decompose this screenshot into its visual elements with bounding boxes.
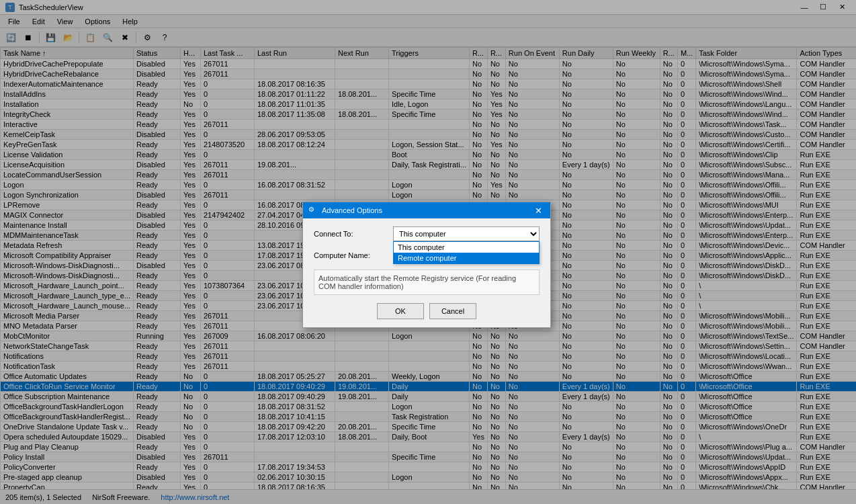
dialog-close-button[interactable]: ✕ xyxy=(531,204,545,217)
dropdown-option-this-computer[interactable]: This computer xyxy=(394,242,539,253)
dropdown-option-remote-computer[interactable]: Remote computer xyxy=(394,253,539,263)
dialog-title: Advanced Options xyxy=(322,206,382,214)
dialog-titlebar: ⚙ Advanced Options ✕ xyxy=(303,202,550,218)
dialog-overlay: ⚙ Advanced Options ✕ Connect To: This co… xyxy=(0,0,856,504)
dialog-buttons: OK Cancel xyxy=(314,303,540,319)
computer-name-label: Computer Name: xyxy=(314,251,388,259)
connect-to-label: Connect To: xyxy=(314,230,388,238)
dialog-title-left: ⚙ Advanced Options xyxy=(308,206,382,215)
dropdown-list[interactable]: This computer Remote computer xyxy=(393,241,540,264)
dialog-body: Connect To: This computer Remote compute… xyxy=(303,218,550,327)
dialog-cancel-button[interactable]: Cancel xyxy=(429,303,476,319)
dialog-icon: ⚙ xyxy=(308,206,318,215)
dialog-note: Automatically start the Remote Registry … xyxy=(314,269,540,295)
connect-to-dropdown-container[interactable]: This computer Remote computer This compu… xyxy=(393,226,540,241)
connect-to-row: Connect To: This computer Remote compute… xyxy=(314,226,540,241)
connect-to-select[interactable]: This computer Remote computer xyxy=(393,226,540,241)
dialog-ok-button[interactable]: OK xyxy=(377,303,424,319)
advanced-options-dialog: ⚙ Advanced Options ✕ Connect To: This co… xyxy=(302,202,551,328)
